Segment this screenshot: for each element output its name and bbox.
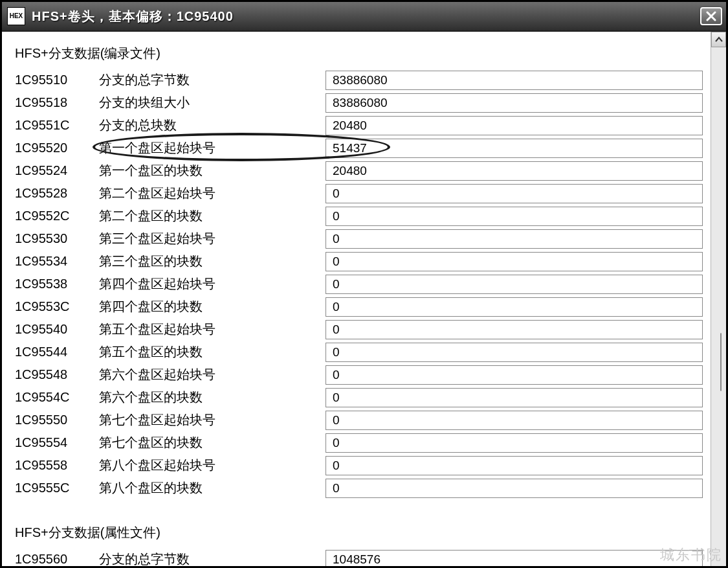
field-label: 第四个盘区起始块号 [99,275,325,293]
data-row: 1C95548第六个盘区起始块号 [15,363,705,386]
data-row: 1C95540第五个盘区起始块号 [15,318,705,341]
field-label: 第三个盘区的块数 [99,253,325,270]
data-row: 1C95554第七个盘区的块数 [15,431,705,454]
value-input[interactable] [325,456,703,475]
field-label: 第七个盘区起始块号 [99,411,325,429]
section-header: HFS+分支数据(编录文件) [15,45,705,62]
offset-label: 1C95550 [15,413,99,427]
section-header: HFS+分支数据(属性文件) [15,524,705,541]
close-button[interactable] [700,7,722,25]
field-label: 第二个盘区起始块号 [99,185,325,202]
data-row: 1C95528第二个盘区起始块号 [15,182,705,205]
vertical-scrollbar[interactable] [711,32,726,566]
value-input[interactable] [325,343,703,362]
offset-label: 1C95528 [15,186,99,201]
data-row: 1C9551C分支的总块数 [15,114,705,137]
offset-label: 1C95558 [15,458,99,473]
value-input[interactable] [325,161,703,181]
close-icon [706,11,716,21]
value-input[interactable] [325,71,703,90]
value-input[interactable] [325,479,703,498]
value-input[interactable] [325,184,703,203]
value-input[interactable] [325,550,703,567]
offset-label: 1C95530 [15,231,99,246]
section-gap [15,499,705,523]
data-row: 1C9553C第四个盘区的块数 [15,295,705,318]
data-row: 1C95510分支的总字节数 [15,69,705,91]
value-input[interactable] [325,275,703,294]
data-row: 1C95534第三个盘区的块数 [15,250,705,273]
data-row: 1C95518分支的块组大小 [15,91,705,114]
field-label: 第二个盘区的块数 [99,207,325,225]
body-area: HFS+分支数据(编录文件)1C95510分支的总字节数1C95518分支的块组… [2,32,726,566]
value-input[interactable] [325,297,703,317]
offset-label: 1C95524 [15,163,99,178]
chevron-up-icon [715,36,723,43]
value-input[interactable] [325,320,703,339]
app-icon: HEX [7,7,25,25]
data-row: 1C95544第五个盘区的块数 [15,341,705,363]
offset-label: 1C95518 [15,95,99,110]
data-row: 1C95560分支的总字节数 [15,548,705,566]
field-label: 分支的块组大小 [99,94,325,111]
title-bar[interactable]: HEX HFS+卷头，基本偏移：1C95400 [2,2,726,32]
field-label: 分支的总块数 [99,117,325,134]
field-label: 第八个盘区起始块号 [99,457,325,474]
offset-label: 1C95538 [15,277,99,291]
field-label: 第五个盘区的块数 [99,343,325,361]
field-label: 第五个盘区起始块号 [99,321,325,338]
field-label: 第七个盘区的块数 [99,434,325,451]
offset-label: 1C95520 [15,141,99,155]
data-row: 1C95530第三个盘区起始块号 [15,227,705,250]
value-input[interactable] [325,252,703,271]
offset-label: 1C9552C [15,209,99,223]
data-row: 1C95520第一个盘区起始块号 [15,137,705,159]
offset-label: 1C95548 [15,367,99,382]
field-label: 分支的总字节数 [99,71,325,89]
value-input[interactable] [325,93,703,113]
offset-label: 1C95540 [15,322,99,337]
content-panel: HFS+分支数据(编录文件)1C95510分支的总字节数1C95518分支的块组… [2,32,711,566]
offset-label: 1C9554C [15,390,99,405]
value-input[interactable] [325,411,703,430]
value-input[interactable] [325,365,703,385]
value-input[interactable] [325,139,703,158]
app-window: HEX HFS+卷头，基本偏移：1C95400 HFS+分支数据(编录文件)1C… [0,0,728,568]
field-label: 第八个盘区的块数 [99,479,325,497]
offset-label: 1C9551C [15,118,99,133]
value-input[interactable] [325,229,703,249]
data-row: 1C95558第八个盘区起始块号 [15,454,705,477]
field-label: 第一个盘区起始块号 [99,139,325,157]
window-title: HFS+卷头，基本偏移：1C95400 [32,8,700,25]
field-label: 第一个盘区的块数 [99,162,325,179]
data-row: 1C95550第七个盘区起始块号 [15,409,705,431]
data-row: 1C9552C第二个盘区的块数 [15,205,705,227]
field-label: 第三个盘区起始块号 [99,230,325,247]
data-row: 1C9554C第六个盘区的块数 [15,386,705,409]
data-row: 1C95538第四个盘区起始块号 [15,273,705,295]
value-input[interactable] [325,207,703,226]
value-input[interactable] [325,116,703,135]
offset-label: 1C95534 [15,254,99,269]
field-label: 第四个盘区的块数 [99,298,325,315]
scroll-up-button[interactable] [711,32,726,47]
scroll-thumb[interactable] [720,333,722,391]
offset-label: 1C9553C [15,299,99,314]
offset-label: 1C95544 [15,345,99,359]
data-row: 1C95524第一个盘区的块数 [15,159,705,182]
offset-label: 1C95554 [15,435,99,450]
field-label: 第六个盘区的块数 [99,389,325,406]
offset-label: 1C95510 [15,73,99,87]
data-row: 1C9555C第八个盘区的块数 [15,477,705,499]
value-input[interactable] [325,388,703,407]
value-input[interactable] [325,433,703,453]
field-label: 第六个盘区起始块号 [99,366,325,383]
offset-label: 1C9555C [15,481,99,495]
field-label: 分支的总字节数 [99,551,325,566]
offset-label: 1C95560 [15,552,99,566]
